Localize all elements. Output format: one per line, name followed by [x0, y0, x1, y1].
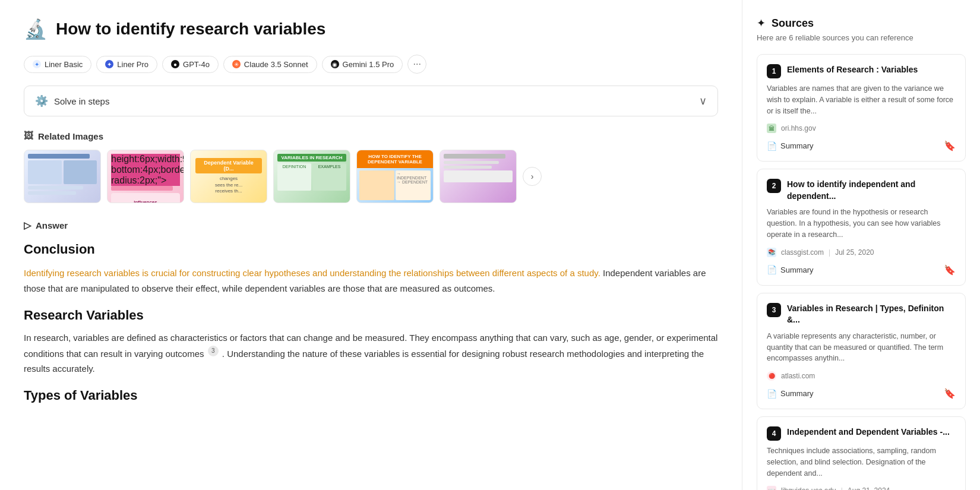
source-4-number: 4: [767, 426, 781, 441]
image-card-2[interactable]: height:6px;width:90%;margin-bottom:4px;b…: [107, 150, 184, 203]
gemini-label: Gemini 1.5 Pro: [343, 60, 394, 69]
research-variables-title: Research Variables: [24, 308, 718, 323]
liner-pro-dot: ✦: [105, 60, 113, 68]
sources-icon: ✦: [757, 17, 766, 30]
solve-steps-panel[interactable]: ⚙️ Solve in steps ∨: [24, 86, 718, 116]
image-content-3: Dependent Variable (D... changessees the…: [191, 150, 267, 203]
source-2-title: How to identify independent and dependen…: [787, 179, 956, 202]
source-3-description: A variable represents any characteristic…: [767, 331, 956, 364]
source-4-title: Independent and Dependent Variables -...: [787, 426, 950, 438]
source-2-footer: 📚 classgist.com Jul 25, 2020: [767, 248, 956, 257]
image-card-5[interactable]: HOW TO IDENTIFY THE DEPENDENT VARIABLE →…: [356, 150, 434, 203]
source-3-footer: 🔴 atlasti.com: [767, 371, 956, 381]
source-3-header: 3 Variables in Research | Types, Definit…: [767, 303, 956, 326]
liner-pro-label: Liner Pro: [117, 60, 148, 69]
source-4-domain: libguides.usc.edu: [781, 486, 836, 490]
related-images-label: Related Images: [38, 131, 103, 141]
tab-liner-basic[interactable]: ✦ Liner Basic: [24, 56, 91, 73]
source-2-number: 2: [767, 179, 781, 193]
tab-gpt4o[interactable]: ● GPT-4o: [162, 56, 219, 73]
related-images-header: 🖼 Related Images: [24, 131, 718, 141]
source-2-summary-row: 📄 Summary 🔖: [767, 264, 956, 276]
source-1-title: Elements of Research : Variables: [787, 64, 918, 76]
source-1-footer: 🏛 ori.hhs.gov: [767, 124, 956, 133]
source-card-2: 2 How to identify independent and depend…: [757, 169, 966, 285]
source-1-header: 1 Elements of Research : Variables: [767, 64, 956, 78]
sources-title: Sources: [772, 17, 814, 30]
source-3-summary-button[interactable]: 📄 Summary: [767, 389, 814, 399]
source-2-summary-button[interactable]: 📄 Summary: [767, 265, 814, 274]
source-3-bookmark-button[interactable]: 🔖: [944, 388, 956, 399]
source-2-description: Variables are found in the hypothesis or…: [767, 207, 956, 240]
source-2-domain: classgist.com: [781, 248, 824, 257]
source-1-favicon: 🏛: [767, 124, 776, 133]
source-4-description: Techniques include associations, samplin…: [767, 445, 956, 479]
image-card-4[interactable]: VARIABLES IN RESEARCH DEFINITION EXAMPLE…: [273, 150, 350, 203]
citation-badge-3: 3: [208, 346, 219, 356]
sources-header: ✦ Sources: [757, 17, 966, 30]
image-content-5: HOW TO IDENTIFY THE DEPENDENT VARIABLE →…: [357, 150, 433, 203]
liner-basic-label: Liner Basic: [45, 60, 83, 69]
answer-header: ▷ Answer: [24, 220, 718, 231]
gemini-dot: ◉: [331, 60, 339, 68]
claude-label: Claude 3.5 Sonnet: [244, 60, 308, 69]
answer-icon: ▷: [24, 220, 31, 231]
liner-basic-dot: ✦: [33, 60, 41, 68]
image-section-icon: 🖼: [24, 131, 33, 141]
image-content-2: height:6px;width:90%;margin-bottom:4px;b…: [108, 150, 184, 203]
research-variables-paragraph: In research, variables are defined as ch…: [24, 330, 718, 376]
source-1-bookmark-button[interactable]: 🔖: [944, 140, 956, 151]
summary-icon-2: 📄: [767, 265, 777, 274]
source-4-footer: 📖 libguides.usc.edu Aug 21, 2024: [767, 486, 956, 490]
solve-steps-label-row: ⚙️ Solve in steps: [35, 94, 109, 108]
source-card-4: 4 Independent and Dependent Variables -.…: [757, 416, 966, 490]
page-title-row: 🔬 How to identify research variables: [24, 18, 718, 40]
image-card-3[interactable]: Dependent Variable (D... changessees the…: [190, 150, 267, 203]
solve-icon: ⚙️: [35, 94, 48, 108]
page-icon: 🔬: [24, 18, 48, 40]
claude-dot: ✳: [232, 60, 241, 68]
source-3-favicon: 🔴: [767, 371, 776, 381]
model-tabs: ✦ Liner Basic ✦ Liner Pro ● GPT-4o ✳ Cla…: [24, 55, 718, 74]
tab-claude[interactable]: ✳ Claude 3.5 Sonnet: [223, 56, 317, 73]
conclusion-paragraph: Identifying research variables is crucia…: [24, 265, 718, 296]
page-title: How to identify research variables: [56, 20, 325, 39]
source-2-bookmark-button[interactable]: 🔖: [944, 264, 956, 276]
source-4-favicon: 📖: [767, 486, 776, 490]
source-3-title: Variables in Research | Types, Definiton…: [787, 303, 956, 326]
source-2-date: Jul 25, 2020: [829, 248, 874, 257]
source-1-summary-label: Summary: [780, 141, 814, 150]
source-1-summary-row: 📄 Summary 🔖: [767, 140, 956, 151]
summary-icon-1: 📄: [767, 141, 777, 151]
right-panel: ✦ Sources Here are 6 reliable sources yo…: [742, 0, 980, 490]
summary-icon-3: 📄: [767, 389, 777, 399]
source-1-number: 1: [767, 64, 781, 78]
tab-liner-pro[interactable]: ✦ Liner Pro: [96, 56, 157, 73]
conclusion-highlight: Identifying research variables is crucia…: [24, 268, 600, 278]
solve-steps-label: Solve in steps: [54, 96, 109, 106]
chevron-down-icon: ∨: [699, 94, 707, 108]
image-card-6[interactable]: [440, 150, 517, 203]
image-content-6: [440, 150, 516, 203]
source-3-number: 3: [767, 303, 781, 317]
source-1-summary-button[interactable]: 📄 Summary: [767, 141, 814, 151]
gpt4o-dot: ●: [171, 60, 179, 68]
conclusion-title: Conclusion: [24, 242, 718, 257]
source-4-date: Aug 21, 2024: [841, 486, 890, 490]
source-4-header: 4 Independent and Dependent Variables -.…: [767, 426, 956, 441]
images-next-button[interactable]: ›: [523, 167, 542, 186]
source-1-description: Variables are names that are given to th…: [767, 83, 956, 116]
image-card-1[interactable]: [24, 150, 101, 203]
tab-gemini[interactable]: ◉ Gemini 1.5 Pro: [322, 56, 403, 73]
source-2-summary-label: Summary: [780, 265, 814, 274]
image-content-4: VARIABLES IN RESEARCH DEFINITION EXAMPLE…: [274, 150, 350, 203]
types-of-variables-title: Types of Variables: [24, 388, 718, 403]
sources-subtitle: Here are 6 reliable sources you can refe…: [757, 33, 966, 42]
source-card-3: 3 Variables in Research | Types, Definit…: [757, 293, 966, 409]
source-3-domain: atlasti.com: [781, 372, 815, 380]
images-container: height:6px;width:90%;margin-bottom:4px;b…: [24, 150, 718, 203]
answer-section-label: Answer: [36, 220, 68, 230]
image-content-1: [24, 150, 100, 203]
more-models-button[interactable]: ···: [407, 55, 426, 74]
gpt4o-label: GPT-4o: [183, 60, 210, 69]
